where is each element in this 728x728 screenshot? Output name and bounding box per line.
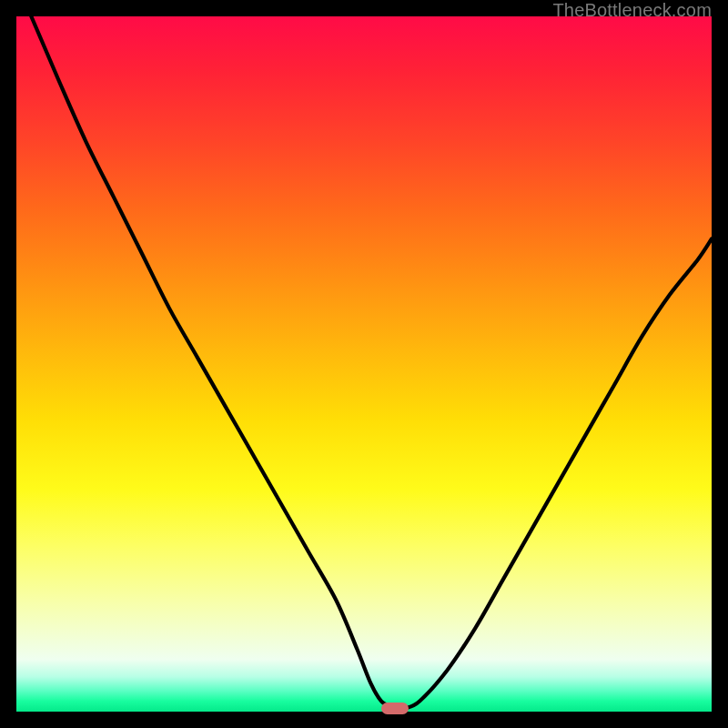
chart-frame: TheBottleneck.com: [0, 0, 728, 728]
bottleneck-curve: [16, 16, 712, 712]
plot-area: TheBottleneck.com: [16, 16, 712, 712]
optimal-marker: [381, 703, 409, 714]
